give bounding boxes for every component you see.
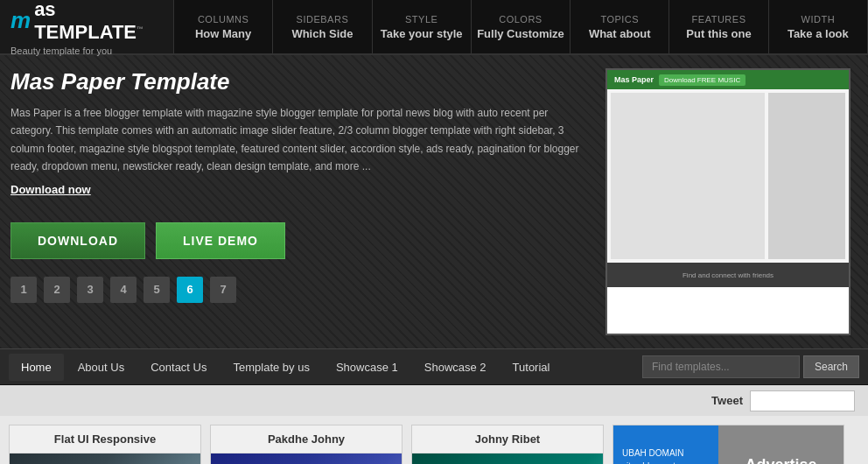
hero-content: Mas Paper Template Mas Paper is a free b…	[10, 68, 592, 335]
nav-label-topics: TOPICS	[600, 14, 639, 25]
slider-dot-3[interactable]: 3	[77, 277, 103, 303]
logo-m: m	[10, 7, 31, 34]
nav-label-colors: COLORS	[499, 14, 542, 25]
card-card3[interactable]: Johny Ribet	[411, 425, 604, 464]
nav-subtitle-topics: What about	[589, 27, 651, 40]
hero-buttons: DOWNLOAD LIVE DEMO	[10, 222, 592, 259]
card-title-card1: Flat UI Responsive	[10, 425, 200, 453]
card-title-card2: Pakdhe Johny	[211, 425, 402, 453]
ad-domain-text: UBAH DOMAIN situs.blogspot.com menjadi	[622, 446, 710, 465]
card-image-card3	[412, 453, 603, 464]
nav-item-style[interactable]: STYLETake your style	[373, 0, 472, 53]
nav-items: COLUMNSHow ManySIDEBARSWhich SideSTYLETa…	[174, 0, 868, 53]
hero-description: Mas Paper is a free blogger template wit…	[10, 104, 592, 176]
nav-link-tutorial[interactable]: Tutorial	[500, 354, 563, 381]
nav-item-topics[interactable]: TOPICSWhat about	[570, 0, 669, 53]
nav-label-columns: COLUMNS	[198, 14, 249, 25]
navbar: HomeAbout UsContact UsTemplate by usShow…	[0, 348, 868, 385]
logo-subtitle: Beauty template for you	[10, 46, 163, 56]
nav-item-sidebars[interactable]: SIDEBARSWhich Side	[273, 0, 372, 53]
live-demo-button[interactable]: LIVE DEMO	[156, 222, 285, 259]
nav-label-style: STYLE	[405, 14, 438, 25]
preview-side-col	[768, 93, 845, 259]
tweet-label: Tweet	[711, 394, 743, 407]
nav-link-about[interactable]: About Us	[66, 354, 136, 381]
slider-dots: 1234567	[10, 277, 592, 303]
card-title-card3: Johny Ribet	[412, 425, 603, 453]
nav-label-features: FEATURES	[692, 14, 746, 25]
nav-subtitle-colors: Fully Customize	[477, 27, 564, 40]
nav-item-width[interactable]: WIDTHTake a look	[769, 0, 868, 53]
search-area: Search	[642, 355, 859, 378]
header: m as TEMPLATE™ Beauty template for you C…	[0, 0, 868, 55]
preview-download-btn: Download FREE MUSIC	[659, 74, 746, 86]
ad-domain: UBAH DOMAIN situs.blogspot.com menjadi d…	[613, 425, 718, 464]
nav-links: HomeAbout UsContact UsTemplate by usShow…	[9, 354, 642, 381]
hero-title: Mas Paper Template	[10, 68, 592, 95]
nav-label-sidebars: SIDEBARS	[297, 14, 349, 25]
preview-main-col	[611, 93, 765, 259]
advertise-label: Advertise here	[727, 456, 835, 464]
slider-dot-4[interactable]: 4	[110, 277, 136, 303]
slider-dot-1[interactable]: 1	[10, 277, 37, 303]
nav-subtitle-width: Take a look	[788, 27, 849, 40]
nav-link-showcase1[interactable]: Showcase 1	[324, 354, 410, 381]
preview-bar: Mas Paper Download FREE MUSIC	[607, 70, 849, 89]
slider-dot-6[interactable]: 6	[177, 277, 203, 303]
nav-link-template[interactable]: Template by us	[220, 354, 321, 381]
nav-subtitle-columns: How Many	[195, 27, 251, 40]
search-input[interactable]	[642, 355, 800, 378]
slider-dot-7[interactable]: 7	[210, 277, 236, 303]
logo-text: as TEMPLATE™	[34, 0, 163, 44]
card-image-card2	[211, 453, 402, 464]
nav-subtitle-sidebars: Which Side	[291, 27, 353, 40]
ad-area[interactable]: UBAH DOMAIN situs.blogspot.com menjadi d…	[612, 425, 844, 464]
nav-link-home[interactable]: Home	[9, 354, 64, 381]
slider-dot-2[interactable]: 2	[44, 277, 70, 303]
ad-here[interactable]: Advertise here	[718, 425, 844, 464]
logo-area[interactable]: m as TEMPLATE™ Beauty template for you	[0, 0, 174, 53]
tweet-input[interactable]	[750, 390, 855, 411]
hero-download-link[interactable]: Download now	[10, 183, 592, 196]
logo-title: m as TEMPLATE™	[10, 0, 163, 44]
preview-bar-title: Mas Paper	[614, 75, 654, 84]
cards-section: Flat UI Responsive Pakdhe Johny Johny Ri…	[0, 416, 868, 464]
hero-image-preview: Mas Paper Download FREE MUSIC Find and c…	[606, 68, 850, 335]
card-card1[interactable]: Flat UI Responsive	[9, 425, 201, 464]
search-button[interactable]: Search	[803, 355, 859, 378]
nav-subtitle-features: Put this one	[686, 27, 751, 40]
hero-section: Mas Paper Template Mas Paper is a free b…	[0, 55, 868, 348]
preview-social-text: Find and connect with friends	[682, 271, 774, 279]
nav-link-showcase2[interactable]: Showcase 2	[412, 354, 499, 381]
preview-content	[607, 89, 849, 263]
tweet-bar: Tweet	[0, 385, 868, 416]
card-image-card1	[10, 453, 200, 464]
download-button[interactable]: DOWNLOAD	[10, 222, 145, 259]
nav-subtitle-style: Take your style	[381, 27, 463, 40]
nav-label-width: WIDTH	[802, 14, 836, 25]
nav-item-features[interactable]: FEATURESPut this one	[669, 0, 768, 53]
nav-item-columns[interactable]: COLUMNSHow Many	[174, 0, 273, 53]
card-card2[interactable]: Pakdhe Johny	[210, 425, 402, 464]
preview-social-bar: Find and connect with friends	[607, 263, 849, 287]
slider-dot-5[interactable]: 5	[144, 277, 170, 303]
nav-link-contact[interactable]: Contact Us	[138, 354, 219, 381]
nav-item-colors[interactable]: COLORSFully Customize	[472, 0, 570, 53]
